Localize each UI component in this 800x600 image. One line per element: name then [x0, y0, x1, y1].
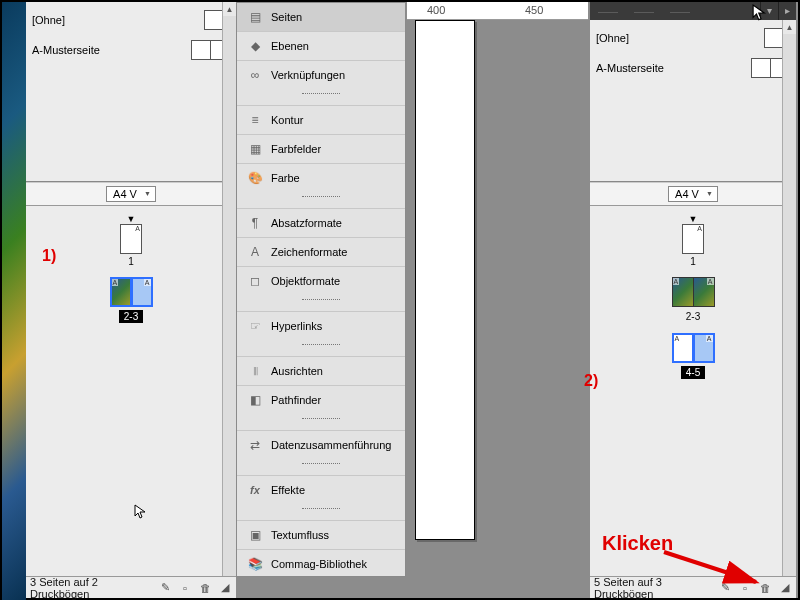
pages-status-bar-right: 5 Seiten auf 3 Druckbögen ✎ ▫ 🗑 ◢	[590, 576, 796, 598]
effects-icon: fx	[247, 482, 263, 498]
master-none-label: [Ohne]	[32, 14, 204, 26]
swatches-icon: ▦	[247, 141, 263, 157]
master-pages-area-r: [Ohne] A-Musterseite	[590, 20, 796, 182]
separator	[237, 463, 405, 475]
links-icon: ∞	[247, 67, 263, 83]
tool-absatzformate[interactable]: ¶ Absatzformate	[237, 208, 405, 237]
textwrap-icon: ▣	[247, 527, 263, 543]
new-page-icon-r[interactable]: ▫	[738, 581, 752, 595]
layers-icon: ◆	[247, 38, 263, 54]
tab-obscured-3[interactable]: ——	[666, 4, 694, 19]
pages-panel-left: [Ohne] A-Musterseite A4 V ▼ A 1	[26, 2, 236, 598]
spread-45-thumb-r[interactable]: A A	[590, 333, 796, 363]
page-size-bar: A4 V	[26, 182, 236, 206]
horizontal-ruler: 400 450	[407, 2, 588, 20]
edit-page-icon-r[interactable]: ✎	[718, 581, 732, 595]
page-1-label: 1	[26, 256, 236, 267]
pages-status-bar-left: 3 Seiten auf 2 Druckbögen ✎ ▫ 🗑 ◢	[26, 576, 236, 598]
color-icon: 🎨	[247, 170, 263, 186]
spread-23-thumb[interactable]: A A	[26, 277, 236, 307]
tool-seiten-label: Seiten	[271, 11, 302, 23]
spread-23-group-r[interactable]: A A 2-3	[590, 277, 796, 323]
master-marker: A	[134, 225, 141, 232]
collapse-icon[interactable]: ▸	[778, 2, 796, 20]
tool-seiten[interactable]: ▤ Seiten	[237, 3, 405, 31]
tool-verknuepfungen[interactable]: ∞ Verknüpfungen	[237, 60, 405, 89]
new-page-icon[interactable]: ▫	[178, 581, 192, 595]
scroll-up-icon[interactable]: ▲	[223, 2, 236, 16]
panels-toolbar: ▤ Seiten ◆ Ebenen ∞ Verknüpfungen ≡ Kont…	[236, 2, 406, 577]
page-1-thumb-r[interactable]: A	[682, 224, 704, 254]
tab-obscured-1[interactable]: ——	[594, 4, 622, 19]
separator	[237, 93, 405, 105]
tool-datenzusammenfuehrung[interactable]: ⇄ Datenzusammenführung	[237, 430, 405, 459]
separator	[237, 418, 405, 430]
separator	[237, 344, 405, 356]
tool-ebenen[interactable]: ◆ Ebenen	[237, 31, 405, 60]
document-canvas[interactable]	[407, 20, 592, 577]
hyperlinks-icon: ☞	[247, 318, 263, 334]
tool-farbfelder[interactable]: ▦ Farbfelder	[237, 134, 405, 163]
pages-status-text: 3 Seiten auf 2 Druckbögen	[30, 576, 158, 600]
paragraph-styles-icon: ¶	[247, 215, 263, 231]
page-size-value: A4 V	[113, 188, 137, 200]
scrollbar-v[interactable]: ▲	[222, 2, 236, 576]
window-buttons: ▾ ▸	[760, 2, 796, 20]
tab-obscured-2[interactable]: ——	[630, 4, 658, 19]
edit-page-icon[interactable]: ✎	[158, 581, 172, 595]
tool-objektformate[interactable]: ◻ Objektformate	[237, 266, 405, 295]
master-a-label: A-Musterseite	[32, 44, 191, 56]
background-photo-strip	[2, 2, 26, 600]
panel-menu-icon[interactable]: ▾	[760, 2, 778, 20]
library-icon: 📚	[247, 556, 263, 572]
resize-handle-icon-r[interactable]: ◢	[778, 581, 792, 595]
page-size-select[interactable]: A4 V	[106, 186, 156, 202]
tool-kontur[interactable]: ≡ Kontur	[237, 105, 405, 134]
trash-icon-r[interactable]: 🗑	[758, 581, 772, 595]
pages-status-text-r: 5 Seiten auf 3 Druckbögen	[594, 576, 718, 600]
start-marker-icon: ▼	[26, 214, 236, 224]
master-pages-area: [Ohne] A-Musterseite	[26, 2, 236, 182]
pages-icon: ▤	[247, 9, 263, 25]
separator	[237, 508, 405, 520]
scroll-up-icon[interactable]: ▲	[783, 20, 796, 34]
separator	[237, 196, 405, 208]
panel-tabs: —— —— ——	[590, 2, 782, 20]
tool-textumfluss[interactable]: ▣ Textumfluss	[237, 520, 405, 549]
page-size-bar-r: A4 V	[590, 182, 796, 206]
ruler-tick-450: 450	[525, 4, 543, 16]
tool-effekte[interactable]: fx Effekte	[237, 475, 405, 504]
page-size-select-r[interactable]: A4 V	[668, 186, 718, 202]
pages-panel-right: —— —— —— ▾ ▸ [Ohne] A-Musterseite A4 V	[590, 2, 796, 598]
spread-45-group-r[interactable]: A A 4-5	[590, 333, 796, 379]
stroke-icon: ≡	[247, 112, 263, 128]
tool-zeichenformate[interactable]: A Zeichenformate	[237, 237, 405, 266]
data-merge-icon: ⇄	[247, 437, 263, 453]
page-1-group[interactable]: A 1	[26, 224, 236, 267]
tool-ausrichten[interactable]: ⫴ Ausrichten	[237, 356, 405, 385]
master-a-item-r[interactable]: A-Musterseite	[596, 58, 790, 78]
align-icon: ⫴	[247, 363, 263, 379]
document-page[interactable]	[415, 20, 475, 540]
page-1-group-r[interactable]: A 1	[590, 224, 796, 267]
tool-hyperlinks[interactable]: ☞ Hyperlinks	[237, 311, 405, 340]
master-a-item[interactable]: A-Musterseite	[32, 40, 230, 60]
pages-thumbnails-area: ▼ A 1 A A 2-3	[26, 206, 236, 556]
tool-commag-bibliothek[interactable]: 📚 Commag-Bibliothek	[237, 549, 405, 578]
separator	[237, 299, 405, 311]
spread-23-thumb-r[interactable]: A A	[590, 277, 796, 307]
resize-handle-icon[interactable]: ◢	[218, 581, 232, 595]
master-none-item-r[interactable]: [Ohne]	[596, 28, 790, 48]
spread-23-label: 2-3	[119, 310, 143, 323]
tool-pathfinder[interactable]: ◧ Pathfinder	[237, 385, 405, 414]
scrollbar-v-r[interactable]: ▲	[782, 20, 796, 576]
spread-23-group[interactable]: A A 2-3	[26, 277, 236, 323]
page-1-thumb[interactable]: A	[120, 224, 142, 254]
tool-farbe[interactable]: 🎨 Farbe	[237, 163, 405, 192]
pathfinder-icon: ◧	[247, 392, 263, 408]
trash-icon[interactable]: 🗑	[198, 581, 212, 595]
ruler-tick-400: 400	[427, 4, 445, 16]
master-none-item[interactable]: [Ohne]	[32, 10, 230, 30]
object-styles-icon: ◻	[247, 273, 263, 289]
character-styles-icon: A	[247, 244, 263, 260]
